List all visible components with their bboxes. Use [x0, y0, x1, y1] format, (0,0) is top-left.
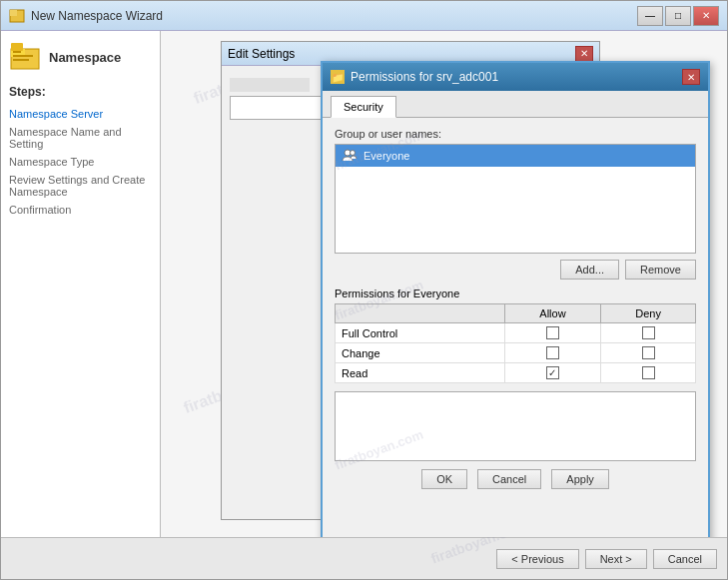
title-bar-controls: — □ ✕ — [637, 6, 719, 26]
apply-button[interactable]: Apply — [551, 469, 609, 489]
permissions-body: Group or user names: — [323, 118, 708, 505]
permissions-dialog: firatboyan.com firatboyan.com firatboyan… — [321, 61, 710, 537]
app-icon — [9, 8, 25, 24]
group-label: Group or user names: — [335, 128, 696, 140]
main-title: New Namespace Wizard — [31, 9, 163, 23]
namespace-icon — [9, 41, 41, 73]
cancel-button[interactable]: Cancel — [477, 469, 541, 489]
svg-rect-7 — [13, 59, 29, 61]
sidebar-header: Namespace — [9, 41, 152, 73]
svg-rect-4 — [11, 43, 23, 51]
perm-deny-read[interactable] — [601, 363, 696, 383]
permissions-footer: OK Cancel Apply — [335, 461, 696, 495]
col-allow: Allow — [504, 304, 600, 323]
cb-change-allow[interactable] — [546, 346, 559, 359]
user-group-icon — [342, 148, 358, 164]
step-namespace-name[interactable]: Namespace Name and Setting — [9, 123, 152, 153]
cb-read-deny[interactable] — [642, 366, 655, 379]
perm-name-change: Change — [336, 343, 505, 363]
svg-rect-1 — [10, 10, 17, 16]
ok-button[interactable]: OK — [421, 469, 467, 489]
steps-label: Steps: — [9, 85, 152, 99]
perm-title-left: 📁 Permissions for srv_adc001 — [331, 70, 498, 84]
tab-strip: Security — [323, 91, 708, 118]
svg-rect-6 — [13, 55, 33, 57]
permissions-close-button[interactable]: ✕ — [682, 69, 700, 85]
permissions-table: Allow Deny Full Control — [335, 303, 696, 383]
users-list[interactable]: Everyone — [335, 144, 696, 254]
user-everyone-label: Everyone — [364, 150, 409, 162]
title-bar-left: New Namespace Wizard — [9, 8, 163, 24]
svg-point-9 — [351, 151, 356, 156]
edit-settings-close-button[interactable]: ✕ — [575, 46, 593, 62]
main-content: Namespace Steps: Namespace Server Namesp… — [1, 31, 727, 537]
main-title-bar: New Namespace Wizard — □ ✕ — [1, 1, 727, 31]
remove-button[interactable]: Remove — [625, 260, 696, 280]
tab-security[interactable]: Security — [331, 96, 396, 118]
sidebar-title: Namespace — [49, 50, 121, 65]
previous-button[interactable]: < Previous — [496, 549, 578, 569]
folder-icon: 📁 — [331, 70, 345, 84]
edit-settings-title-text: Edit Settings — [228, 47, 295, 61]
perm-deny-fullcontrol[interactable] — [601, 323, 696, 343]
permissions-title-text: Permissions for srv_adc001 — [351, 70, 498, 84]
permissions-extra-area — [335, 391, 696, 461]
col-deny: Deny — [601, 304, 696, 323]
step-namespace-type[interactable]: Namespace Type — [9, 153, 152, 171]
cb-change-deny[interactable] — [642, 346, 655, 359]
sidebar: Namespace Steps: Namespace Server Namesp… — [1, 31, 161, 537]
perm-name-read: Read — [336, 363, 505, 383]
edit-placeholder-1 — [230, 78, 310, 92]
main-window: New Namespace Wizard — □ ✕ — [0, 0, 728, 580]
cb-fullcontrol-allow[interactable] — [546, 326, 559, 339]
permissions-for-label: Permissions for Everyone — [335, 288, 696, 299]
perm-allow-fullcontrol[interactable] — [504, 323, 600, 343]
col-permission — [336, 304, 505, 323]
perm-allow-change[interactable] — [504, 343, 600, 363]
perm-row-fullcontrol: Full Control — [336, 323, 696, 343]
add-remove-row: Add... Remove — [335, 260, 696, 280]
add-button[interactable]: Add... — [560, 260, 619, 280]
perm-deny-change[interactable] — [601, 343, 696, 363]
minimize-button[interactable]: — — [637, 6, 663, 26]
next-button[interactable]: Next > — [585, 549, 647, 569]
maximize-button[interactable]: □ — [665, 6, 691, 26]
step-confirmation[interactable]: Confirmation — [9, 201, 152, 219]
permissions-title-bar: 📁 Permissions for srv_adc001 ✕ — [323, 63, 708, 91]
perm-row-change: Change — [336, 343, 696, 363]
right-panel: firatboyan.com firatboyan.com firatboyan… — [161, 31, 727, 537]
perm-allow-read[interactable] — [504, 363, 600, 383]
step-namespace-server[interactable]: Namespace Server — [9, 105, 152, 123]
main-footer: firatboyan.com < Previous Next > Cancel — [1, 537, 727, 579]
perm-name-fullcontrol: Full Control — [336, 323, 505, 343]
perm-row-read: Read — [336, 363, 696, 383]
cb-fullcontrol-deny[interactable] — [642, 326, 655, 339]
svg-rect-5 — [13, 51, 21, 53]
user-everyone[interactable]: Everyone — [336, 145, 695, 167]
footer-cancel-button[interactable]: Cancel — [653, 549, 717, 569]
step-review-settings[interactable]: Review Settings and Create Namespace — [9, 171, 152, 201]
close-main-button[interactable]: ✕ — [693, 6, 719, 26]
cb-read-allow[interactable] — [546, 366, 559, 379]
